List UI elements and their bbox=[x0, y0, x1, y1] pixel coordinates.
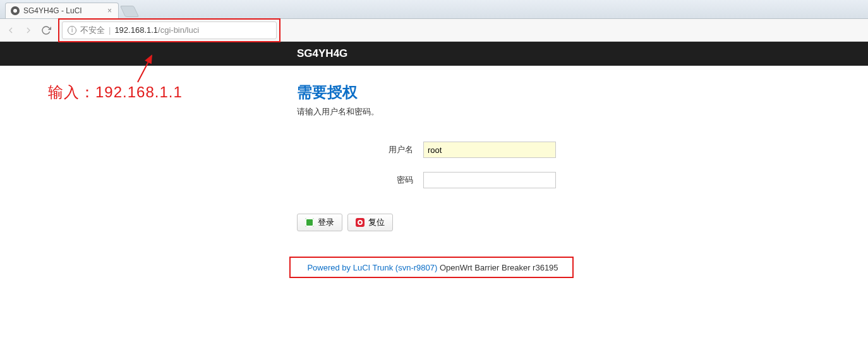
password-label: 密码 bbox=[297, 174, 423, 186]
username-input[interactable] bbox=[423, 142, 556, 158]
new-tab-button[interactable] bbox=[120, 6, 139, 17]
back-button[interactable] bbox=[5, 25, 16, 36]
info-icon: i bbox=[68, 26, 76, 35]
reset-button-label: 复位 bbox=[368, 217, 385, 228]
favicon-icon bbox=[11, 6, 20, 15]
insecure-label: 不安全 bbox=[80, 25, 105, 36]
password-row: 密码 bbox=[297, 172, 868, 188]
address-separator: | bbox=[109, 25, 111, 35]
auth-subtitle: 请输入用户名和密码。 bbox=[297, 106, 868, 118]
address-url: 192.168.1.1/cgi-bin/luci bbox=[114, 25, 199, 35]
tab-title: SG4YH4G - LuCI bbox=[23, 6, 82, 15]
close-icon[interactable]: × bbox=[107, 7, 112, 15]
annotation-text: 输入：192.168.1.1 bbox=[48, 82, 183, 102]
reload-button[interactable] bbox=[40, 25, 52, 36]
page-header: SG4YH4G bbox=[0, 42, 868, 66]
footer: Powered by LuCI Trunk (svn-r9807) OpenWr… bbox=[297, 259, 569, 276]
footer-link[interactable]: Powered by LuCI Trunk (svn-r9807) bbox=[307, 263, 437, 272]
page-title: SG4YH4G bbox=[297, 47, 347, 60]
username-row: 用户名 bbox=[297, 142, 868, 158]
browser-tab-strip: SG4YH4G - LuCI × bbox=[0, 0, 868, 19]
address-bar[interactable]: i 不安全 | 192.168.1.1/cgi-bin/luci bbox=[62, 21, 277, 39]
browser-tab[interactable]: SG4YH4G - LuCI × bbox=[5, 3, 119, 18]
password-input[interactable] bbox=[423, 172, 556, 188]
button-row: 登录 复位 bbox=[297, 214, 868, 231]
forward-button[interactable] bbox=[23, 25, 34, 36]
username-label: 用户名 bbox=[297, 144, 423, 155]
footer-text: OpenWrt Barrier Breaker r36195 bbox=[437, 263, 558, 272]
auth-heading: 需要授权 bbox=[297, 82, 868, 102]
reset-button[interactable]: 复位 bbox=[347, 214, 393, 231]
login-button-label: 登录 bbox=[318, 217, 334, 228]
login-icon bbox=[305, 218, 314, 227]
browser-toolbar: i 不安全 | 192.168.1.1/cgi-bin/luci bbox=[0, 19, 868, 42]
login-button[interactable]: 登录 bbox=[297, 214, 342, 231]
reset-icon bbox=[356, 218, 365, 227]
